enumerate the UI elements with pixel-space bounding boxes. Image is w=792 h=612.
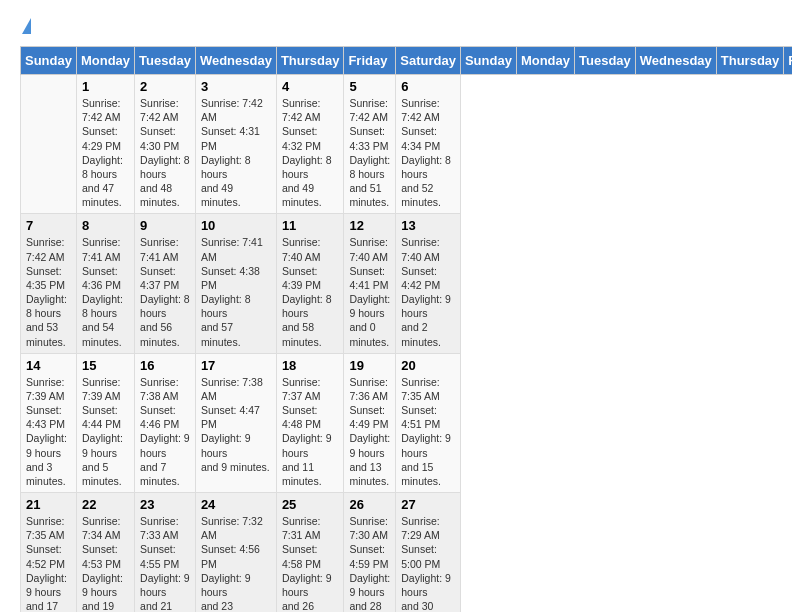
day-number: 10 <box>201 218 271 233</box>
weekday-header-monday: Monday <box>76 47 134 75</box>
calendar-cell: 17Sunrise: 7:38 AMSunset: 4:47 PMDayligh… <box>195 353 276 492</box>
day-number: 14 <box>26 358 71 373</box>
day-info: Sunrise: 7:30 AMSunset: 4:59 PMDaylight:… <box>349 514 390 612</box>
calendar-cell: 15Sunrise: 7:39 AMSunset: 4:44 PMDayligh… <box>76 353 134 492</box>
day-number: 20 <box>401 358 455 373</box>
calendar-cell: 7Sunrise: 7:42 AMSunset: 4:35 PMDaylight… <box>21 214 77 353</box>
day-info: Sunrise: 7:42 AMSunset: 4:32 PMDaylight:… <box>282 96 339 209</box>
page-header <box>20 20 772 36</box>
day-info: Sunrise: 7:42 AMSunset: 4:31 PMDaylight:… <box>201 96 271 209</box>
weekday-header-thursday: Thursday <box>716 47 784 75</box>
day-info: Sunrise: 7:37 AMSunset: 4:48 PMDaylight:… <box>282 375 339 488</box>
calendar-cell: 23Sunrise: 7:33 AMSunset: 4:55 PMDayligh… <box>135 493 196 612</box>
day-info: Sunrise: 7:41 AMSunset: 4:37 PMDaylight:… <box>140 235 190 348</box>
day-number: 4 <box>282 79 339 94</box>
calendar-table: SundayMondayTuesdayWednesdayThursdayFrid… <box>20 46 792 612</box>
day-number: 23 <box>140 497 190 512</box>
calendar-cell: 21Sunrise: 7:35 AMSunset: 4:52 PMDayligh… <box>21 493 77 612</box>
calendar-cell: 5Sunrise: 7:42 AMSunset: 4:33 PMDaylight… <box>344 75 396 214</box>
day-number: 17 <box>201 358 271 373</box>
calendar-cell: 27Sunrise: 7:29 AMSunset: 5:00 PMDayligh… <box>396 493 461 612</box>
weekday-header-sunday: Sunday <box>460 47 516 75</box>
calendar-cell: 22Sunrise: 7:34 AMSunset: 4:53 PMDayligh… <box>76 493 134 612</box>
day-info: Sunrise: 7:42 AMSunset: 4:34 PMDaylight:… <box>401 96 455 209</box>
day-number: 5 <box>349 79 390 94</box>
day-info: Sunrise: 7:32 AMSunset: 4:56 PMDaylight:… <box>201 514 271 612</box>
calendar-cell: 10Sunrise: 7:41 AMSunset: 4:38 PMDayligh… <box>195 214 276 353</box>
calendar-cell: 3Sunrise: 7:42 AMSunset: 4:31 PMDaylight… <box>195 75 276 214</box>
day-number: 8 <box>82 218 129 233</box>
day-info: Sunrise: 7:39 AMSunset: 4:44 PMDaylight:… <box>82 375 129 488</box>
day-number: 18 <box>282 358 339 373</box>
weekday-header-saturday: Saturday <box>396 47 461 75</box>
weekday-header-friday: Friday <box>344 47 396 75</box>
day-info: Sunrise: 7:40 AMSunset: 4:42 PMDaylight:… <box>401 235 455 348</box>
day-number: 26 <box>349 497 390 512</box>
calendar-cell: 1Sunrise: 7:42 AMSunset: 4:29 PMDaylight… <box>76 75 134 214</box>
day-number: 24 <box>201 497 271 512</box>
day-info: Sunrise: 7:36 AMSunset: 4:49 PMDaylight:… <box>349 375 390 488</box>
day-number: 15 <box>82 358 129 373</box>
calendar-cell: 9Sunrise: 7:41 AMSunset: 4:37 PMDaylight… <box>135 214 196 353</box>
day-info: Sunrise: 7:40 AMSunset: 4:39 PMDaylight:… <box>282 235 339 348</box>
calendar-cell: 4Sunrise: 7:42 AMSunset: 4:32 PMDaylight… <box>276 75 344 214</box>
day-number: 7 <box>26 218 71 233</box>
calendar-cell: 13Sunrise: 7:40 AMSunset: 4:42 PMDayligh… <box>396 214 461 353</box>
day-info: Sunrise: 7:38 AMSunset: 4:46 PMDaylight:… <box>140 375 190 488</box>
calendar-cell: 6Sunrise: 7:42 AMSunset: 4:34 PMDaylight… <box>396 75 461 214</box>
day-info: Sunrise: 7:33 AMSunset: 4:55 PMDaylight:… <box>140 514 190 612</box>
day-number: 1 <box>82 79 129 94</box>
weekday-header-wednesday: Wednesday <box>635 47 716 75</box>
weekday-header-thursday: Thursday <box>276 47 344 75</box>
day-info: Sunrise: 7:35 AMSunset: 4:52 PMDaylight:… <box>26 514 71 612</box>
day-info: Sunrise: 7:42 AMSunset: 4:35 PMDaylight:… <box>26 235 71 348</box>
day-info: Sunrise: 7:34 AMSunset: 4:53 PMDaylight:… <box>82 514 129 612</box>
day-info: Sunrise: 7:39 AMSunset: 4:43 PMDaylight:… <box>26 375 71 488</box>
day-number: 22 <box>82 497 129 512</box>
weekday-header-wednesday: Wednesday <box>195 47 276 75</box>
day-number: 16 <box>140 358 190 373</box>
calendar-cell: 14Sunrise: 7:39 AMSunset: 4:43 PMDayligh… <box>21 353 77 492</box>
day-info: Sunrise: 7:41 AMSunset: 4:38 PMDaylight:… <box>201 235 271 348</box>
day-number: 13 <box>401 218 455 233</box>
calendar-week-row: 14Sunrise: 7:39 AMSunset: 4:43 PMDayligh… <box>21 353 793 492</box>
day-number: 9 <box>140 218 190 233</box>
day-info: Sunrise: 7:41 AMSunset: 4:36 PMDaylight:… <box>82 235 129 348</box>
day-info: Sunrise: 7:31 AMSunset: 4:58 PMDaylight:… <box>282 514 339 612</box>
day-number: 11 <box>282 218 339 233</box>
logo <box>20 20 31 36</box>
weekday-header-sunday: Sunday <box>21 47 77 75</box>
day-number: 6 <box>401 79 455 94</box>
day-info: Sunrise: 7:42 AMSunset: 4:29 PMDaylight:… <box>82 96 129 209</box>
day-number: 12 <box>349 218 390 233</box>
calendar-cell: 8Sunrise: 7:41 AMSunset: 4:36 PMDaylight… <box>76 214 134 353</box>
calendar-cell: 25Sunrise: 7:31 AMSunset: 4:58 PMDayligh… <box>276 493 344 612</box>
calendar-cell: 18Sunrise: 7:37 AMSunset: 4:48 PMDayligh… <box>276 353 344 492</box>
calendar-cell: 26Sunrise: 7:30 AMSunset: 4:59 PMDayligh… <box>344 493 396 612</box>
day-info: Sunrise: 7:38 AMSunset: 4:47 PMDaylight:… <box>201 375 271 474</box>
calendar-cell: 19Sunrise: 7:36 AMSunset: 4:49 PMDayligh… <box>344 353 396 492</box>
calendar-week-row: 1Sunrise: 7:42 AMSunset: 4:29 PMDaylight… <box>21 75 793 214</box>
weekday-header-friday: Friday <box>784 47 792 75</box>
calendar-cell: 24Sunrise: 7:32 AMSunset: 4:56 PMDayligh… <box>195 493 276 612</box>
day-number: 2 <box>140 79 190 94</box>
calendar-cell: 20Sunrise: 7:35 AMSunset: 4:51 PMDayligh… <box>396 353 461 492</box>
day-info: Sunrise: 7:42 AMSunset: 4:33 PMDaylight:… <box>349 96 390 209</box>
calendar-week-row: 7Sunrise: 7:42 AMSunset: 4:35 PMDaylight… <box>21 214 793 353</box>
weekday-header-tuesday: Tuesday <box>135 47 196 75</box>
day-number: 19 <box>349 358 390 373</box>
day-info: Sunrise: 7:35 AMSunset: 4:51 PMDaylight:… <box>401 375 455 488</box>
calendar-cell: 2Sunrise: 7:42 AMSunset: 4:30 PMDaylight… <box>135 75 196 214</box>
day-number: 27 <box>401 497 455 512</box>
calendar-week-row: 21Sunrise: 7:35 AMSunset: 4:52 PMDayligh… <box>21 493 793 612</box>
logo-triangle-icon <box>22 18 31 34</box>
day-info: Sunrise: 7:29 AMSunset: 5:00 PMDaylight:… <box>401 514 455 612</box>
calendar-cell <box>21 75 77 214</box>
calendar-cell: 16Sunrise: 7:38 AMSunset: 4:46 PMDayligh… <box>135 353 196 492</box>
calendar-header-row: SundayMondayTuesdayWednesdayThursdayFrid… <box>21 47 793 75</box>
day-info: Sunrise: 7:40 AMSunset: 4:41 PMDaylight:… <box>349 235 390 348</box>
weekday-header-monday: Monday <box>516 47 574 75</box>
calendar-cell: 12Sunrise: 7:40 AMSunset: 4:41 PMDayligh… <box>344 214 396 353</box>
day-number: 3 <box>201 79 271 94</box>
calendar-cell: 11Sunrise: 7:40 AMSunset: 4:39 PMDayligh… <box>276 214 344 353</box>
